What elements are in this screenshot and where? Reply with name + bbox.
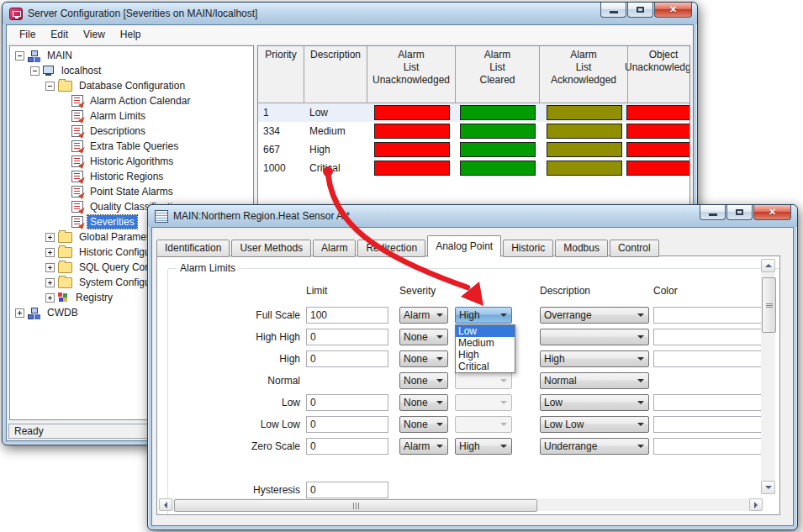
color-swatch[interactable] xyxy=(626,105,691,120)
description-combo-low[interactable]: Low xyxy=(540,394,649,411)
color-input-full-scale[interactable] xyxy=(653,307,763,324)
minimize-button[interactable] xyxy=(700,205,726,220)
severity-row-low[interactable]: 1Low xyxy=(258,103,689,122)
description-combo-full-scale[interactable]: Overrange xyxy=(540,307,649,324)
dropdown-item-critical[interactable]: Critical xyxy=(456,361,515,372)
column-header-priority[interactable]: Priority xyxy=(258,46,304,103)
dropdown-item-low[interactable]: Low xyxy=(456,325,515,337)
limit-input-low-low[interactable]: 0 xyxy=(306,416,388,433)
color-swatch[interactable] xyxy=(626,124,691,139)
severity-combo-normal[interactable]: None xyxy=(399,372,448,389)
plus-expander-icon[interactable] xyxy=(45,293,55,303)
color-input-high[interactable] xyxy=(653,350,763,367)
description-combo-normal[interactable]: Normal xyxy=(540,372,649,389)
description-combo-low-low[interactable]: Low Low xyxy=(540,416,649,433)
menu-file[interactable]: File xyxy=(12,27,43,42)
severity-level-combo-full-scale[interactable]: High xyxy=(455,307,512,324)
limit-input-full-scale[interactable]: 100 xyxy=(306,307,388,324)
color-swatch[interactable] xyxy=(460,105,536,120)
color-swatch[interactable] xyxy=(547,124,622,139)
description-combo-zero-scale[interactable]: Underrange xyxy=(540,438,649,455)
tree-item-localhost[interactable]: localhost xyxy=(10,63,253,78)
tab-identification[interactable]: Identification xyxy=(156,240,230,257)
column-header-alarm-list-unacknowledged[interactable]: AlarmListUnacknowledged xyxy=(367,46,456,103)
plus-expander-icon[interactable] xyxy=(45,263,55,272)
color-swatch[interactable] xyxy=(374,105,450,120)
column-header-alarm-list-acknowledged[interactable]: AlarmListAcknowledged xyxy=(540,46,628,103)
severity-level-combo-zero-scale[interactable]: High xyxy=(455,438,512,455)
close-button[interactable]: ✕ xyxy=(654,3,692,18)
tree-item-database-configuration[interactable]: Database Configuration xyxy=(10,78,253,93)
minus-expander-icon[interactable] xyxy=(45,82,55,91)
tab-control[interactable]: Control xyxy=(610,240,659,257)
menu-view[interactable]: View xyxy=(76,27,113,42)
dropdown-item-high[interactable]: High xyxy=(456,349,515,361)
color-input-low-low[interactable] xyxy=(653,416,763,433)
severity-row-critical[interactable]: 1000Critical xyxy=(258,159,689,177)
menu-edit[interactable]: Edit xyxy=(43,27,76,42)
color-input-high-high[interactable] xyxy=(653,329,763,345)
severity-combo-low-low[interactable]: None xyxy=(399,416,448,433)
plus-expander-icon[interactable] xyxy=(45,233,55,242)
color-input-low[interactable] xyxy=(653,394,763,411)
server-configuration-titlebar[interactable]: Server Configuration [Severities on MAIN… xyxy=(3,3,697,24)
limit-input-low[interactable]: 0 xyxy=(306,394,388,411)
minus-expander-icon[interactable] xyxy=(30,66,40,76)
plus-expander-icon[interactable] xyxy=(45,248,55,257)
severity-level-combo-low[interactable] xyxy=(455,394,512,411)
tab-alarm[interactable]: Alarm xyxy=(313,240,356,257)
scroll-right-button[interactable] xyxy=(749,498,763,511)
horizontal-scrollbar[interactable] xyxy=(159,498,763,511)
severity-combo-high[interactable]: None xyxy=(399,350,448,367)
tree-item-historic-regions[interactable]: Historic Regions xyxy=(10,169,253,184)
minimize-button[interactable] xyxy=(600,3,626,18)
column-header-object-unacknowledged[interactable]: ObjectUnacknowledged xyxy=(628,46,690,103)
color-swatch[interactable] xyxy=(374,124,450,139)
tab-analog-point[interactable]: Analog Point xyxy=(427,235,501,257)
color-swatch[interactable] xyxy=(626,161,691,176)
color-swatch[interactable] xyxy=(547,105,622,120)
limit-input-hysteresis[interactable]: 0 xyxy=(306,482,388,498)
scroll-left-button[interactable] xyxy=(159,498,172,511)
tree-item-descriptions[interactable]: Descriptions xyxy=(10,124,253,139)
color-swatch[interactable] xyxy=(374,161,450,176)
maximize-button[interactable] xyxy=(627,3,653,18)
severity-level-combo-low-low[interactable] xyxy=(455,416,512,433)
color-swatch[interactable] xyxy=(460,142,536,157)
severity-level-combo-normal[interactable] xyxy=(455,372,512,389)
horizontal-scrollbar-thumb[interactable] xyxy=(174,499,537,512)
color-swatch[interactable] xyxy=(374,142,450,157)
scroll-up-button[interactable] xyxy=(761,259,775,272)
scroll-down-button[interactable] xyxy=(761,481,775,494)
maximize-button[interactable] xyxy=(726,205,753,220)
color-swatch[interactable] xyxy=(460,161,536,176)
severity-combo-low[interactable]: None xyxy=(399,394,448,411)
severity-row-medium[interactable]: 334Medium xyxy=(258,122,689,140)
dropdown-item-medium[interactable]: Medium xyxy=(456,337,515,349)
severity-combo-high-high[interactable]: None xyxy=(399,329,448,345)
menu-help[interactable]: Help xyxy=(113,27,149,42)
vertical-scrollbar-thumb[interactable] xyxy=(762,277,776,333)
description-combo-high-high[interactable] xyxy=(540,329,649,345)
limit-input-high[interactable]: 0 xyxy=(306,350,388,367)
tree-item-point-state-alarms[interactable]: Point State Alarms xyxy=(10,184,253,199)
tab-user-methods[interactable]: User Methods xyxy=(231,240,311,257)
column-header-alarm-list-cleared[interactable]: AlarmListCleared xyxy=(456,46,540,103)
tree-item-extra-table-queries[interactable]: Extra Table Queries xyxy=(10,139,253,154)
vertical-scrollbar[interactable] xyxy=(761,259,775,494)
plus-expander-icon[interactable] xyxy=(15,308,24,318)
limit-input-zero-scale[interactable]: 0 xyxy=(306,438,388,455)
severity-combo-zero-scale[interactable]: Alarm xyxy=(399,438,448,455)
color-swatch[interactable] xyxy=(547,142,622,157)
column-header-description[interactable]: Description xyxy=(304,46,367,103)
tab-historic[interactable]: Historic xyxy=(503,240,553,257)
close-button[interactable]: ✕ xyxy=(753,205,791,220)
tree-item-historic-algorithms[interactable]: Historic Algorithms xyxy=(10,154,253,169)
color-swatch[interactable] xyxy=(460,124,536,139)
tree-item-alarm-limits[interactable]: Alarm Limits xyxy=(10,108,253,124)
severity-combo-full-scale[interactable]: Alarm xyxy=(399,307,448,324)
tree-item-alarm-action-calendar[interactable]: Alarm Action Calendar xyxy=(10,93,253,108)
color-swatch[interactable] xyxy=(626,142,691,157)
tab-redirection[interactable]: Redirection xyxy=(357,240,425,257)
plus-expander-icon[interactable] xyxy=(45,278,55,287)
